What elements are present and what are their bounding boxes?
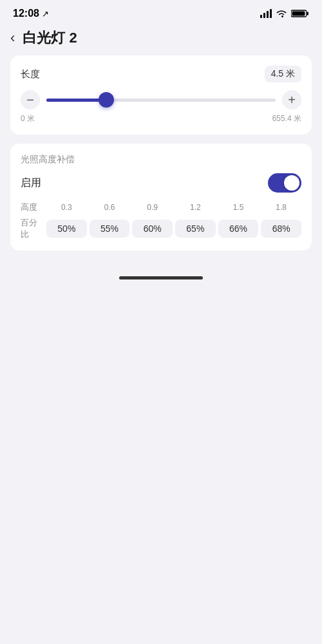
wifi-icon <box>276 9 287 18</box>
slider-min-label: 0 米 <box>21 113 35 124</box>
length-label: 长度 <box>21 68 40 80</box>
pct-row-label: 百分比 <box>21 217 44 240</box>
toggle-row: 启用 <box>21 173 301 193</box>
length-value: 4.5 米 <box>265 66 301 82</box>
pct-cells: 50% 55% 60% 65% 66% 68% <box>46 220 301 238</box>
svg-rect-1 <box>292 12 305 16</box>
slider-track-bg <box>46 99 276 102</box>
length-card: 长度 4.5 米 − + 0 米 655.4 米 <box>10 55 312 135</box>
compensation-card: 光照高度补偿 启用 高度 0.3 0.6 0.9 1.2 1.5 1.8 百分比… <box>10 144 312 251</box>
home-indicator <box>119 276 203 279</box>
pct-cell-2[interactable]: 60% <box>132 220 173 238</box>
time-text: 12:08 <box>13 8 39 19</box>
height-header-row: 高度 0.3 0.6 0.9 1.2 1.5 1.8 <box>21 202 301 213</box>
height-col-1: 0.6 <box>90 203 130 212</box>
pct-cell-5[interactable]: 68% <box>261 220 301 238</box>
section-title: 光照高度补偿 <box>21 154 301 166</box>
height-row-label: 高度 <box>21 202 44 213</box>
page-title: 白光灯 2 <box>23 28 77 48</box>
pct-cell-3[interactable]: 65% <box>175 220 216 238</box>
battery-icon <box>291 9 309 18</box>
toggle-label: 启用 <box>21 176 41 190</box>
height-col-4: 1.5 <box>218 203 259 212</box>
slider-max-label: 655.4 米 <box>272 113 301 124</box>
height-col-0: 0.3 <box>46 203 87 212</box>
slider-plus-button[interactable]: + <box>282 90 301 109</box>
status-icons <box>260 9 309 18</box>
location-icon: ↗ <box>42 9 49 19</box>
slider-thumb[interactable] <box>99 92 114 108</box>
slider-row: − + <box>21 90 301 109</box>
pct-cell-1[interactable]: 55% <box>90 220 130 238</box>
height-header-cells: 0.3 0.6 0.9 1.2 1.5 1.8 <box>46 203 301 212</box>
pct-cell-0[interactable]: 50% <box>46 220 87 238</box>
enable-toggle[interactable] <box>268 173 301 193</box>
slider-fill <box>46 99 106 102</box>
svg-rect-2 <box>307 12 309 15</box>
pct-cell-4[interactable]: 66% <box>218 220 259 238</box>
signal-icon <box>260 9 272 18</box>
height-col-3: 1.2 <box>175 203 216 212</box>
back-button[interactable]: ‹ <box>10 30 15 46</box>
slider-track[interactable] <box>46 90 276 109</box>
page-header: ‹ 白光灯 2 <box>0 23 322 55</box>
status-bar: 12:08 ↗ <box>0 0 322 23</box>
pct-row: 百分比 50% 55% 60% 65% 66% 68% <box>21 217 301 240</box>
height-col-5: 1.8 <box>261 203 301 212</box>
height-col-2: 0.9 <box>132 203 173 212</box>
height-table: 高度 0.3 0.6 0.9 1.2 1.5 1.8 百分比 50% 55% 6… <box>21 202 301 240</box>
slider-minmax: 0 米 655.4 米 <box>21 113 301 124</box>
status-time: 12:08 ↗ <box>13 8 49 19</box>
length-label-row: 长度 4.5 米 <box>21 66 301 82</box>
toggle-thumb <box>284 175 299 191</box>
slider-minus-button[interactable]: − <box>21 90 40 109</box>
